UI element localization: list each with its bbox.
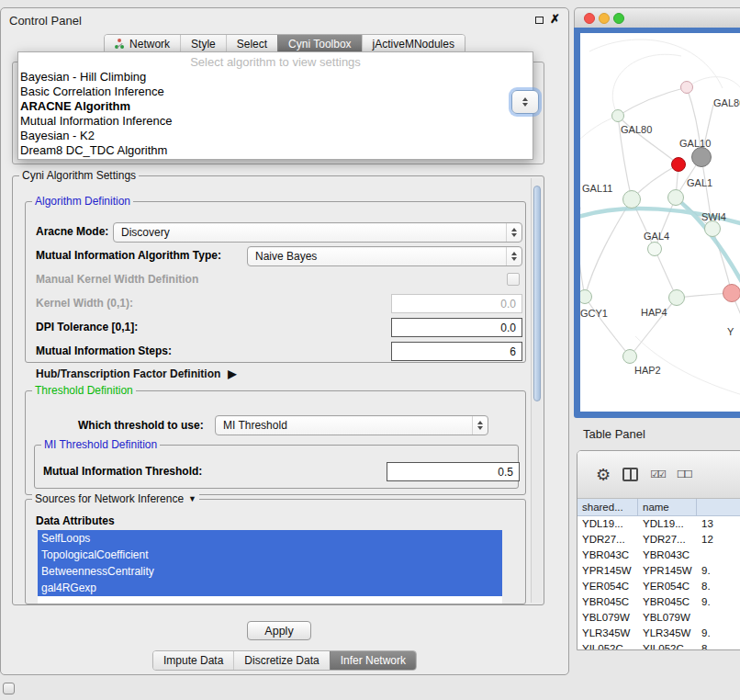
gal4-node[interactable]	[647, 242, 662, 256]
table-cell: 9.	[697, 563, 740, 579]
attribute-gal4rgexp[interactable]: gal4RGexp	[38, 580, 502, 596]
table-cell: YER054C	[638, 579, 697, 594]
tab-label: Impute Data	[163, 654, 223, 667]
threshold-definition-group: Threshold Definition Which threshold to …	[25, 390, 526, 495]
tab-jactivemnodules[interactable]: jActiveMNodules	[362, 35, 465, 53]
tab-label: Select	[237, 38, 267, 51]
table-row[interactable]: YDL19...YDL19...13	[577, 516, 740, 532]
algorithm-option-basic-correlation-inference[interactable]: Basic Correlation Inference	[18, 85, 533, 99]
network-canvas[interactable]: GAL80GAL80GAL10GAL11GAL1SWI4GAL4GCY1HAP4…	[580, 33, 740, 412]
node-label-hap4: HAP4	[641, 307, 667, 318]
red-node[interactable]	[671, 157, 686, 172]
table-cell: YDR27...	[577, 532, 638, 548]
sources-group: Sources for Network Inference▼ Data Attr…	[25, 499, 526, 604]
swi4-node[interactable]	[704, 220, 721, 237]
apply-button-label: Apply	[264, 625, 293, 638]
close-traffic-light-icon[interactable]	[584, 13, 595, 24]
gal80-node[interactable]	[611, 109, 624, 122]
attribute-betweennesscentrality[interactable]: BetweennessCentrality	[38, 563, 502, 580]
data-attributes-list[interactable]: SelfLoopsTopologicalCoefficientBetweenne…	[38, 530, 502, 604]
chevron-up-icon	[522, 97, 528, 101]
algorithm-option-dream8-dc-tdc-algorithm[interactable]: Dream8 DC_TDC Algorithm	[18, 143, 533, 158]
select-all-columns-icon[interactable]: ☑☑	[650, 469, 665, 480]
sources-group-title[interactable]: Sources for Network Inference▼	[32, 492, 199, 506]
node-label-y: Y	[727, 326, 734, 337]
gal11-node[interactable]	[622, 190, 641, 209]
attribute-selfloops[interactable]: SelfLoops	[38, 530, 502, 547]
table-row[interactable]: YBL079WYBL079W	[577, 610, 740, 626]
hub-definition-expander[interactable]: Hub/Transcription Factor Definition ▶	[36, 367, 237, 380]
column-header-1[interactable]: shared...	[577, 499, 638, 515]
settings-scrollbar[interactable]	[531, 178, 543, 603]
dpi-tolerance-field[interactable]: 0.0	[391, 318, 522, 337]
gray-node[interactable]	[691, 147, 712, 167]
deselect-all-columns-icon[interactable]: ☐☐	[677, 469, 691, 480]
pink-right-node[interactable]	[723, 284, 740, 302]
column-layout-icon[interactable]	[622, 468, 638, 481]
combo-arrows-icon	[506, 223, 521, 242]
close-panel-icon[interactable]: ✗	[550, 12, 560, 26]
tab-network[interactable]: Network	[105, 35, 180, 53]
settings-gear-icon[interactable]: ⚙	[596, 467, 611, 483]
tab-infer-network[interactable]: Infer Network	[330, 651, 416, 670]
table-row[interactable]: YBR045CYBR045C9.	[577, 594, 740, 610]
table-cell: YPR145W	[638, 563, 697, 579]
zoom-traffic-light-icon[interactable]	[613, 13, 624, 24]
algorithm-option-aracne-algorithm[interactable]: ARACNE Algorithm	[18, 99, 533, 114]
mi-steps-field[interactable]: 6	[391, 342, 522, 361]
tab-style[interactable]: Style	[180, 35, 226, 53]
tab-cyni-toolbox[interactable]: Cyni Toolbox	[277, 35, 361, 53]
combo-arrows-icon	[506, 247, 521, 265]
mi-algorithm-type-select[interactable]: Naive Bayes	[247, 246, 522, 266]
scrollbar-thumb[interactable]	[533, 186, 541, 401]
table-cell: 12	[697, 532, 740, 548]
minimize-traffic-light-icon[interactable]	[599, 13, 610, 24]
manual-kernel-width-checkbox[interactable]	[507, 273, 520, 286]
node-label-gal11: GAL11	[582, 183, 612, 194]
node-label-swi4: SWI4	[701, 211, 726, 222]
algorithm-option-mutual-information-inference[interactable]: Mutual Information Inference	[18, 114, 533, 129]
tab-discretize-data[interactable]: Discretize Data	[233, 651, 329, 670]
mi-threshold-field[interactable]: 0.5	[387, 462, 520, 481]
column-header-3[interactable]	[697, 499, 740, 515]
table-row[interactable]: YPR145WYPR145W9.	[577, 563, 740, 579]
table-row[interactable]: YBR043CYBR043C	[577, 548, 740, 563]
hap2-node[interactable]	[622, 349, 637, 364]
table-cell: YBR043C	[577, 548, 638, 563]
aracne-mode-select[interactable]: Discovery	[113, 222, 522, 243]
table-cell: YLR345W	[577, 626, 638, 641]
node-label-gal80: GAL80	[713, 97, 740, 108]
gal1-node[interactable]	[667, 189, 684, 206]
apply-button[interactable]: Apply	[247, 621, 311, 640]
pink-small-node[interactable]	[680, 81, 693, 94]
table-cell: 9.	[697, 626, 740, 641]
minimized-panel-icon[interactable]	[3, 683, 15, 694]
kernel-width-field[interactable]: 0.0	[391, 294, 522, 313]
hap4-node[interactable]	[668, 289, 685, 306]
algorithm-combo-button[interactable]	[511, 90, 539, 114]
bottom-tabs: Impute DataDiscretize DataInfer Network	[152, 650, 417, 671]
which-threshold-select[interactable]: MI Threshold	[215, 415, 488, 435]
float-panel-icon[interactable]	[535, 17, 544, 24]
algorithm-definition-title: Algorithm Definition	[32, 195, 133, 209]
combo-arrows-icon	[472, 416, 488, 435]
algorithm-option-bayesian-k2[interactable]: Bayesian - K2	[18, 129, 533, 143]
table-cell	[697, 548, 740, 563]
settings-group-title: Cyni Algorithm Settings	[19, 169, 139, 183]
attribute-topologicalcoefficient[interactable]: TopologicalCoefficient	[38, 547, 502, 563]
mi-algorithm-type-value: Naive Bayes	[248, 250, 506, 263]
algorithm-definition-group: Algorithm Definition Aracne Mode: Discov…	[25, 201, 526, 363]
cyni-settings-group: Cyni Algorithm Settings Algorithm Defini…	[12, 175, 544, 605]
algorithm-option-bayesian-hill-climbing[interactable]: Bayesian - Hill Climbing	[18, 70, 533, 85]
column-header-2[interactable]: name	[638, 499, 697, 515]
network-window-titlebar[interactable]	[574, 7, 740, 28]
table-row[interactable]: YIL052CYIL052C8.	[577, 641, 740, 649]
table-cell: YDL19...	[577, 516, 638, 532]
table-row[interactable]: YLR345WYLR345W9.	[577, 626, 740, 641]
tab-select[interactable]: Select	[226, 35, 277, 53]
tab-impute-data[interactable]: Impute Data	[153, 651, 233, 670]
table-row[interactable]: YDR27...YDR27...12	[577, 532, 740, 548]
network-frame: GAL80GAL80GAL10GAL11GAL1SWI4GAL4GCY1HAP4…	[574, 28, 740, 418]
table-cell: YBL079W	[577, 610, 638, 626]
table-row[interactable]: YER054CYER054C8.	[577, 579, 740, 594]
